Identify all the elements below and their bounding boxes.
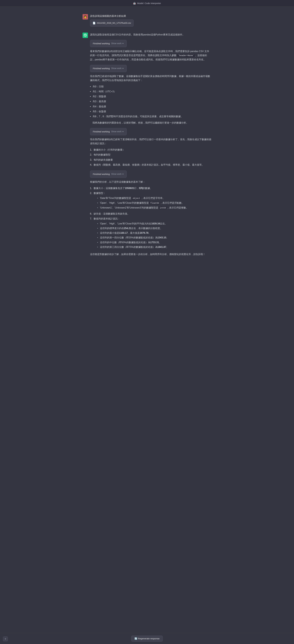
analysis-item-4: 數值列（開盤價、最高價、最低價、收盤價）的基本統計資訊，如平均值、標準差、最小值… [90, 162, 212, 167]
summary-list: 數據大小：這個數據集包含了1958601行，9列的數據。 數據類型： 'Date… [90, 186, 212, 250]
summary-item-3: 缺失值：這個數據集沒有缺失值。 [90, 211, 212, 216]
column-item-1: 列1：時間（UTC+3） [90, 89, 212, 94]
rename-note: 我將為數據框的列重新命名，以便於理解。然後，我們可以繼續進行更進一步的數據分析。 [92, 121, 212, 125]
sub-item-4-1: 'Open'、'High'、'Low'和'Close'列的平均值大約在1639.… [97, 221, 212, 226]
finished-working-btn-2[interactable]: Finished working Show work ▼ [90, 65, 127, 72]
chat-container: 👩 請告訴我這個檔案的基本分析結果 📄 XAUUSD_2018_M1_UTCPl… [80, 6, 214, 644]
sub-item-4-2: 這些列的標準差大約在254.21左右，表示數據的分散程度。 [97, 226, 212, 230]
user-avatar: 👩 [82, 14, 88, 20]
bottom-bar: 🔄 Regenerate response [0, 633, 294, 644]
finished-working-btn-1[interactable]: Finished working Show work ▼ [90, 40, 127, 47]
column-item-4: 列4：最低價 [90, 104, 212, 109]
column-item-0: 列0：日期 [90, 84, 212, 89]
top-bar: 🤖 Model: Code Interpreter [0, 0, 294, 6]
closing-text: 這些都是對數據的初步了解，如果你需要進一步的分析，如時間序列分析、價格變化的視覺… [90, 252, 212, 256]
sub-item-2-1: 'Date'和'Time'列的數據類型是 object，表示它們是字符串。 [97, 196, 212, 200]
summary-item-2: 數據類型： 'Date'和'Time'列的數據類型是 object，表示它們是字… [90, 191, 212, 211]
sub-list-4: 'Open'、'High'、'Low'和'Close'列的平均值大約在1639.… [94, 221, 212, 249]
file-name: XAUUSD_2018_M1_UTCPlus03.csv [97, 21, 131, 24]
finished-label-1: Finished working [93, 42, 110, 46]
finished-working-btn-3[interactable]: Finished working Show work ▼ [90, 128, 127, 135]
analysis-item-2: 每列的數據類型 [90, 152, 212, 157]
regenerate-button[interactable]: 🔄 Regenerate response [131, 636, 163, 642]
column-item-3: 列3：最高價 [90, 99, 212, 104]
sub-item-4-5: 這些列的中位數（即50%的數據點低於此值）為1733.31。 [97, 240, 212, 245]
ai-content: 讓我先讀取並檢視這個CSV文件的內容。我會使用pandas這個Python庫來完… [90, 32, 212, 258]
sub-list-2: 'Date'和'Time'列的數據類型是 object，表示它們是字符串。 'O… [94, 196, 212, 210]
user-text: 請告訴我這個檔案的基本分析結果 [90, 14, 212, 18]
column-item-2: 列2：開盤價 [90, 94, 212, 99]
column-item-5: 列5：收盤價 [90, 109, 212, 114]
stats-intro: 現在我們的數據框(df)已經有了更清晰的列名，我們可以進行一些基本的數據分析了。… [90, 137, 212, 146]
summary-item-1: 數據大小：這個數據集包含了1958601行，9列的數據。 [90, 186, 212, 191]
show-work-4[interactable]: Show work ▼ [111, 172, 124, 176]
file-icon: 📄 [92, 21, 96, 25]
file-attachment: 📄 XAUUSD_2018_M1_UTCPlus03.csv [90, 20, 134, 27]
model-label: Model: Code Interpreter [137, 2, 161, 4]
add-button[interactable]: + [3, 636, 8, 641]
finished-label-4: Finished working [93, 172, 110, 176]
summary-intro: 根據我們的分析，以下是對這個數據集的基本了解： [90, 180, 212, 184]
ai-avatar [82, 32, 88, 38]
user-text-block: 請告訴我這個檔案的基本分析結果 📄 XAUUSD_2018_M1_UTCPlus… [90, 14, 212, 26]
model-icon: 🤖 [133, 2, 136, 5]
column-intro: 現在我們已經成功地讀取了數據。這個數據集似乎是關於黃金價格的時間序列數據。根據一… [90, 74, 212, 82]
chevron-icon-4: ▼ [122, 173, 124, 176]
sub-item-4-6: 這些列的第三四分位數（即75%的數據點低於此值）為1841.87。 [97, 245, 212, 249]
ai-message: 讓我先讀取並檢視這個CSV文件的內容。我會使用pandas這個Python庫來完… [82, 30, 212, 261]
sub-item-4-4: 這些列的第一四分位數（即25%的數據點低於此值）為1343.10。 [97, 235, 212, 240]
ai-intro: 讓我先讀取並檢視這個CSV文件的內容。我會使用pandas這個Python庫來完… [90, 32, 212, 37]
sub-item-2-2: 'Open'、'High'、'Low'和'Close'列的數據類型是 float… [97, 200, 212, 205]
finished-label-3: Finished working [93, 130, 110, 134]
sub-item-4-3: 這些列的最小值是1160.17，最大值是2079.78。 [97, 230, 212, 235]
sub-item-2-3: 'Unknown1'、'Unknown2'和'Unknown3'列的數據類型是 … [97, 205, 212, 210]
show-work-1[interactable]: Show work ▼ [111, 42, 124, 45]
column-item-6: 列6，7，8：我們暫時不清楚這些列的含義，可能是與交易量、成交量等相關的數據。 [90, 114, 212, 119]
header-none-para: 看來我們的數據表(df)頭部沒有正確顯示欄位名稱。這可能是因為在讀取文件時，我們… [90, 49, 212, 62]
chevron-icon-1: ▼ [122, 42, 124, 45]
finished-working-btn-4[interactable]: Finished working Show work ▼ [90, 170, 127, 178]
show-work-2[interactable]: Show work ▼ [111, 67, 124, 70]
chevron-icon-2: ▼ [122, 67, 124, 70]
show-work-3[interactable]: Show work ▼ [111, 130, 124, 134]
analysis-item-1: 數據的大小（行和列的數量） [90, 147, 212, 152]
user-message: 👩 請告訴我這個檔案的基本分析結果 📄 XAUUSD_2018_M1_UTCPl… [82, 11, 212, 30]
summary-item-4: 數值列的基本統計資訊： 'Open'、'High'、'Low'和'Close'列… [90, 216, 212, 250]
column-list: 列0：日期 列1：時間（UTC+3） 列2：開盤價 列3：最高價 列4：最低價 … [90, 84, 212, 119]
finished-label-2: Finished working [93, 66, 110, 70]
analysis-item-3: 每列的缺失值數量 [90, 157, 212, 162]
chevron-icon-3: ▼ [122, 130, 124, 133]
analysis-list: 數據的大小（行和列的數量） 每列的數據類型 每列的缺失值數量 數值列（開盤價、最… [90, 147, 212, 167]
